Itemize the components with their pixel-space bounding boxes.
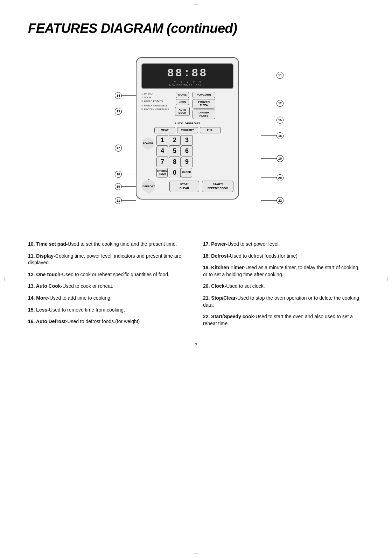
key-2-button[interactable]: 2	[169, 135, 181, 146]
desc-left-col: 10. Time set pad-Used to set the cooking…	[28, 241, 189, 332]
desc-item-10: 10. Time set pad-Used to set the cooking…	[28, 241, 189, 248]
callout-22: 22	[276, 197, 284, 204]
dinner-plate-button[interactable]: DINNERPLATE	[192, 110, 215, 119]
desc-item-22: 22. Start/Speedy cook-Used to start the …	[203, 313, 364, 327]
autocook-menu: 1. BREAD 2. SOUP 3. BAKED POTATO 4. FRES…	[141, 92, 173, 119]
callout-21: 21	[115, 197, 122, 204]
frozen-pizza-button[interactable]: FROZENPIZZA	[192, 99, 215, 109]
desc-item-14: 14. More-Used to add time to cooking.	[28, 295, 189, 302]
stop-clear-button[interactable]: STOP/CLEAR	[169, 181, 199, 192]
desc-item-18: 18. Defrost-Used to defrost foods.(for t…	[203, 253, 364, 260]
poultry-button[interactable]: POULTRY	[177, 127, 198, 133]
menu-item-5: 5. FROZEN VEGETABLE	[141, 107, 173, 111]
key-5-button[interactable]: 5	[169, 146, 181, 156]
less-button[interactable]: LESS	[176, 99, 189, 105]
key-6-button[interactable]: 6	[181, 146, 193, 156]
microwave-panel: 88:88 ∨∨∨∨∨ M/W DEF TIMER LOCK lb 1. BRE…	[136, 57, 239, 200]
desc-item-13: 13. Auto Cook-Used to cook or reheat.	[28, 283, 189, 290]
auto-cook-button[interactable]: AUTOCOOK	[175, 107, 190, 116]
fish-button[interactable]: FISH	[200, 127, 221, 133]
menu-item-4: 4. FRESH VEGETABLE	[141, 104, 173, 107]
callout-12: 12	[276, 100, 284, 107]
kitchen-timer-button[interactable]: KITCHENTIMER	[156, 168, 168, 177]
clock-button[interactable]: CLOCK	[181, 168, 192, 177]
display-indicators: M/W DEF TIMER LOCK lb	[146, 84, 229, 86]
callout-10: 10	[276, 155, 284, 162]
callout-11: 11	[276, 72, 284, 79]
key-1-button[interactable]: 1	[156, 135, 168, 146]
desc-right-col: 17. Power-Used to set power level. 18. D…	[203, 241, 364, 332]
desc-item-17: 17. Power-Used to set power level.	[203, 241, 364, 248]
auto-defrost-label: AUTO DEFROST	[141, 121, 233, 126]
desc-item-21: 21. Stop/Clear-Used to stop the oven ope…	[203, 295, 364, 308]
display-digits: 88:88	[146, 67, 229, 80]
callout-13: 13	[115, 108, 122, 115]
defrost-row: MEAT POULTRY FISH	[141, 127, 233, 133]
callout-17: 17	[115, 145, 122, 152]
display-screen: 88:88 ∨∨∨∨∨ M/W DEF TIMER LOCK lb	[141, 63, 233, 89]
key-9-button[interactable]: 9	[181, 157, 193, 167]
page-title: FEATURES DIAGRAM (continued)	[28, 21, 364, 36]
numpad-grid: 1 2 3 4 5 6 7 8 9 KITCHENTIMER 0 CLOCK	[156, 135, 192, 177]
key-7-button[interactable]: 7	[156, 157, 168, 167]
power-button[interactable]: POWER	[141, 137, 155, 150]
key-8-button[interactable]: 8	[169, 157, 181, 167]
menu-item-3: 3. BAKED POTATO	[141, 99, 173, 103]
desc-item-19: 19. Kitchen Timer-Used as a minute timer…	[203, 264, 364, 278]
display-arrows: ∨∨∨∨∨	[146, 80, 229, 83]
desc-item-20: 20. Clock-Used to set clock.	[203, 283, 364, 290]
desc-item-11: 11. Display-Cooking time, power level, i…	[28, 253, 189, 266]
callout-14: 14	[115, 92, 122, 99]
desc-item-12: 12. One touch-Used to cook or reheat spe…	[28, 271, 189, 278]
desc-item-16: 16. Auto Defrost-Used to defrost foods.(…	[28, 318, 189, 325]
meat-button[interactable]: MEAT	[154, 127, 175, 133]
more-button[interactable]: MORE	[176, 92, 189, 98]
defrost-button[interactable]: DEFROST	[141, 179, 156, 194]
menu-item-1: 1. BREAD	[141, 92, 173, 96]
desc-item-15: 15. Less-Used to remove time from cookin…	[28, 307, 189, 314]
menu-item-2: 2. SOUP	[141, 96, 173, 99]
callout-16: 16	[276, 132, 284, 139]
page-number: 7	[28, 342, 364, 348]
callout-20: 20	[276, 174, 284, 181]
callout-18: 18	[115, 171, 122, 178]
key-0-button[interactable]: 0	[169, 168, 181, 178]
callout-15: 15	[276, 117, 284, 124]
key-3-button[interactable]: 3	[181, 135, 193, 146]
key-4-button[interactable]: 4	[156, 146, 168, 156]
popcorn-button[interactable]: POPCORN	[192, 92, 215, 98]
descriptions: 10. Time set pad-Used to set the cooking…	[28, 241, 364, 332]
start-speedy-cook-button[interactable]: START/SPEEDY COOK	[202, 181, 233, 192]
callout-19: 19	[115, 183, 122, 190]
features-diagram: 14 13 17 18 19	[28, 47, 364, 229]
